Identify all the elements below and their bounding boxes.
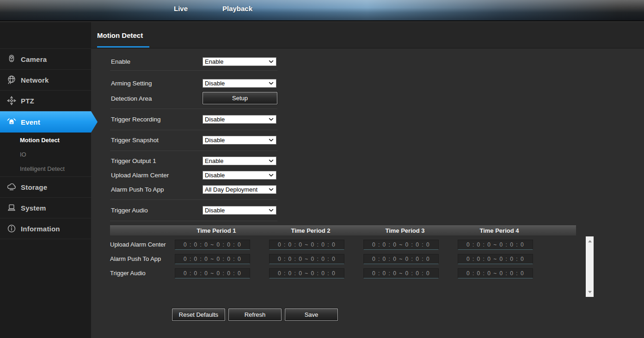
submenu-item-motion-detect[interactable]: Motion Detect (0, 133, 91, 147)
setup-button[interactable]: Setup (202, 92, 277, 104)
header-spacer (110, 226, 175, 235)
chevron-down-icon (269, 159, 274, 163)
table-row-alarm-push-to-app: Alarm Push To App 0 : 0 : 0 ~ 0 : 0 : 0 … (110, 252, 576, 266)
submenu-item-intelligent-detect[interactable]: Intelligent Detect (0, 162, 91, 176)
alarm-push-to-app-label: Alarm Push To App (111, 185, 201, 194)
trigger-output-1-label: Trigger Output 1 (111, 157, 201, 165)
upload-alarm-center-select[interactable]: Disable (202, 171, 276, 180)
refresh-button[interactable]: Refresh (228, 308, 282, 321)
time-range-input[interactable]: 0 : 0 : 0 ~ 0 : 0 : 0 (363, 254, 439, 264)
trigger-snapshot-select-value: Disable (205, 137, 225, 144)
action-button-bar: Reset Defaults Refresh Save (172, 308, 338, 321)
separator (110, 70, 277, 71)
detection-area-label: Detection Area (111, 94, 201, 103)
submenu-item-io[interactable]: IO (0, 147, 91, 162)
sidebar: Camera Network (0, 22, 91, 338)
time-range-input[interactable]: 0 : 0 : 0 ~ 0 : 0 : 0 (269, 240, 344, 250)
topbar: Live Playback (0, 0, 644, 21)
sidebar-item-network[interactable]: Network (0, 70, 91, 91)
sidebar-item-label: Information (21, 225, 60, 233)
scroll-up-icon[interactable] (588, 240, 592, 242)
sidebar-item-label: Event (21, 118, 40, 126)
trigger-audio-select-value: Disable (205, 207, 225, 214)
arming-setting-select[interactable]: Disable (202, 79, 276, 88)
sidebar-spacer (0, 22, 91, 49)
ptz-icon (6, 95, 17, 106)
trigger-recording-label: Trigger Recording (111, 115, 201, 124)
header-filler (552, 226, 576, 235)
arming-setting-select-value: Disable (205, 80, 225, 87)
time-range-input[interactable]: 0 : 0 : 0 ~ 0 : 0 : 0 (458, 268, 533, 278)
separator (110, 130, 277, 130)
tab-live[interactable]: Live (174, 5, 188, 12)
trigger-audio-label: Trigger Audio (111, 206, 201, 215)
sidebar-item-system[interactable]: System (0, 198, 91, 218)
alarm-push-to-app-select-value: All Day Deployment (205, 186, 258, 193)
camera-icon (6, 54, 17, 65)
sidebar-item-information[interactable]: Information (0, 218, 91, 239)
sidebar-item-ptz[interactable]: PTZ (0, 91, 91, 111)
column-header-time-period-2: Time Period 2 (269, 226, 363, 235)
trigger-output-1-select[interactable]: Enable (202, 157, 276, 165)
trigger-recording-select[interactable]: Disable (202, 115, 276, 124)
time-range-input[interactable]: 0 : 0 : 0 ~ 0 : 0 : 0 (269, 268, 344, 278)
time-range-input[interactable]: 0 : 0 : 0 ~ 0 : 0 : 0 (269, 254, 344, 264)
time-range-input[interactable]: 0 : 0 : 0 ~ 0 : 0 : 0 (175, 254, 250, 264)
chevron-down-icon (269, 188, 274, 191)
sidebar-item-label: Network (21, 76, 49, 84)
table-row-upload-alarm-center: Upload Alarm Center 0 : 0 : 0 ~ 0 : 0 : … (110, 237, 576, 252)
time-range-input[interactable]: 0 : 0 : 0 ~ 0 : 0 : 0 (363, 240, 439, 250)
tab-playback[interactable]: Playback (222, 5, 252, 12)
scroll-down-icon[interactable] (588, 291, 592, 293)
schedule-table-rows: Upload Alarm Center 0 : 0 : 0 ~ 0 : 0 : … (110, 237, 576, 280)
sidebar-item-label: Storage (21, 183, 47, 191)
sidebar-item-storage[interactable]: Storage (0, 177, 91, 198)
sidebar-item-camera[interactable]: Camera (0, 49, 91, 70)
time-range-input[interactable]: 0 : 0 : 0 ~ 0 : 0 : 0 (175, 268, 250, 278)
row-label: Upload Alarm Center (110, 241, 175, 248)
column-header-time-period-1: Time Period 1 (175, 226, 269, 235)
chevron-down-icon (269, 82, 274, 85)
content-tabbar: Motion Detect (91, 22, 644, 48)
trigger-snapshot-label: Trigger Snapshot (111, 136, 201, 145)
content-area: Enable Enable Arming Setting Disable Det… (91, 49, 644, 338)
chevron-down-icon (269, 139, 274, 142)
enable-select-value: Enable (205, 58, 223, 65)
row-label: Trigger Audio (110, 270, 175, 277)
arming-setting-label: Arming Setting (111, 79, 201, 88)
trigger-recording-select-value: Disable (205, 116, 225, 123)
schedule-table-header: Time Period 1 Time Period 2 Time Period … (110, 225, 576, 235)
separator (110, 151, 277, 151)
time-range-input[interactable]: 0 : 0 : 0 ~ 0 : 0 : 0 (458, 254, 533, 264)
separator (110, 109, 277, 109)
sidebar-item-label: PTZ (21, 97, 34, 105)
time-range-input[interactable]: 0 : 0 : 0 ~ 0 : 0 : 0 (363, 268, 439, 278)
reset-defaults-button[interactable]: Reset Defaults (172, 308, 225, 321)
chevron-down-icon (269, 174, 274, 177)
tab-motion-detect[interactable]: Motion Detect (97, 22, 143, 48)
column-header-time-period-4: Time Period 4 (458, 226, 552, 235)
main-panel: Motion Detect Enable Enable Arming Setti… (91, 22, 644, 338)
app-screen: Live Playback Camera (0, 0, 644, 338)
chevron-down-icon (269, 118, 274, 121)
trigger-snapshot-select[interactable]: Disable (202, 136, 276, 145)
alarm-push-to-app-select[interactable]: All Day Deployment (202, 185, 276, 194)
network-icon (6, 74, 17, 85)
column-header-time-period-3: Time Period 3 (363, 226, 458, 235)
save-button[interactable]: Save (285, 308, 338, 321)
sidebar-item-event[interactable]: Event (0, 111, 98, 133)
trigger-output-1-select-value: Enable (205, 157, 223, 164)
time-range-input[interactable]: 0 : 0 : 0 ~ 0 : 0 : 0 (458, 240, 533, 250)
storage-icon (6, 181, 17, 193)
sidebar-item-label: System (21, 204, 46, 212)
active-tab-underline (97, 46, 149, 48)
enable-select[interactable]: Enable (202, 57, 276, 66)
trigger-audio-select[interactable]: Disable (202, 206, 276, 215)
chevron-down-icon (269, 209, 274, 212)
time-range-input[interactable]: 0 : 0 : 0 ~ 0 : 0 : 0 (175, 240, 250, 250)
vertical-scrollbar[interactable] (586, 236, 594, 297)
upload-alarm-center-label: Upload Alarm Center (111, 171, 201, 180)
schedule-table: Time Period 1 Time Period 2 Time Period … (110, 225, 576, 280)
system-icon (6, 202, 17, 213)
information-icon (6, 223, 17, 234)
